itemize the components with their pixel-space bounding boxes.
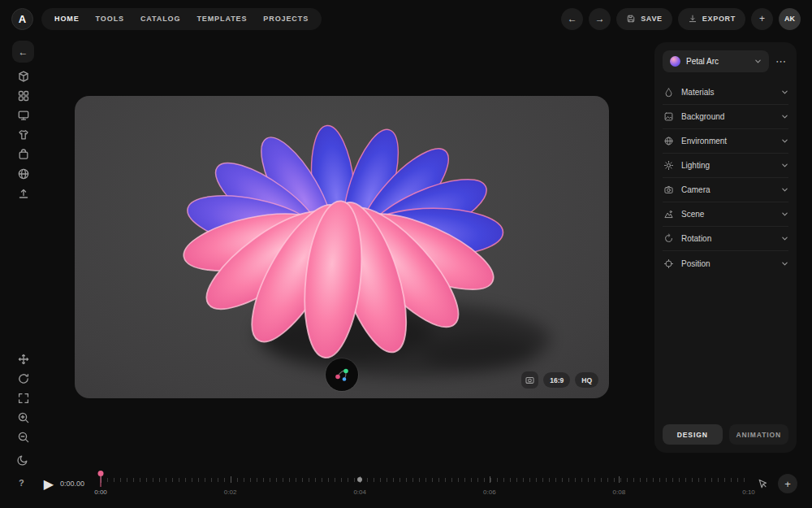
refresh-icon[interactable] xyxy=(17,372,30,385)
nav-item-tools[interactable]: TOOLS xyxy=(96,15,124,23)
object-selector-dropdown[interactable]: Petal Arc xyxy=(663,50,769,72)
tab-design[interactable]: DESIGN xyxy=(663,424,723,445)
tick-label: 0:02 xyxy=(224,488,237,496)
shirt-icon[interactable] xyxy=(17,128,30,141)
node-graph-badge[interactable] xyxy=(326,358,358,391)
nav-item-projects[interactable]: PROJECTS xyxy=(263,15,309,23)
back-button[interactable]: ← xyxy=(12,41,34,63)
arrow-left-icon: ← xyxy=(568,13,577,24)
section-rotation[interactable]: Rotation xyxy=(663,227,788,251)
canvas-controls: 16:9 HQ xyxy=(521,371,598,389)
section-label: Background xyxy=(681,112,781,121)
section-label: Lighting xyxy=(681,161,781,170)
chevron-down-icon xyxy=(781,89,788,96)
chevron-down-icon xyxy=(781,211,788,218)
tick-label: 0:06 xyxy=(483,488,496,496)
download-icon xyxy=(688,14,698,24)
nav-item-templates[interactable]: TEMPLATES xyxy=(197,15,247,23)
export-label: EXPORT xyxy=(702,15,736,23)
playhead-line xyxy=(100,476,102,487)
globe-icon[interactable] xyxy=(17,167,30,180)
monitor-icon[interactable] xyxy=(17,109,30,122)
section-label: Camera xyxy=(681,185,781,194)
box-icon[interactable] xyxy=(17,70,30,83)
section-environment[interactable]: Environment xyxy=(663,129,788,154)
upload-icon[interactable] xyxy=(17,187,30,200)
section-label: Position xyxy=(681,259,781,268)
globe-icon xyxy=(663,136,675,146)
major-ticks xyxy=(101,476,749,483)
section-label: Scene xyxy=(681,210,781,219)
section-scene[interactable]: Scene xyxy=(663,202,788,227)
camera-icon xyxy=(663,185,675,195)
panel-tabs: DESIGN ANIMATION xyxy=(663,424,788,445)
shapes-grid-icon[interactable] xyxy=(17,89,30,102)
left-toolbar: ← ? xyxy=(12,41,34,508)
petal-arc-3d-model xyxy=(75,96,609,398)
main-nav: HOME TOOLS CATALOG TEMPLATES PROJECTS xyxy=(41,8,322,30)
chevron-down-icon xyxy=(781,260,788,267)
crosshair-icon xyxy=(663,258,675,269)
quality-badge[interactable]: HQ xyxy=(575,372,598,388)
section-list: Materials Background Environment Lightin… xyxy=(663,80,788,276)
new-project-button[interactable]: + xyxy=(751,8,773,30)
play-button[interactable]: ▶ xyxy=(41,476,57,492)
object-thumbnail-icon xyxy=(670,56,680,67)
arrow-right-icon: → xyxy=(595,13,605,24)
sun-icon xyxy=(663,160,675,171)
node-graph-icon xyxy=(331,364,352,385)
tick-label: 0:08 xyxy=(613,488,626,496)
chevron-down-icon xyxy=(754,58,762,65)
section-lighting[interactable]: Lighting xyxy=(663,154,788,178)
zoom-in-icon[interactable] xyxy=(17,411,30,424)
current-time: 0:00.00 xyxy=(60,480,93,488)
move-icon[interactable] xyxy=(17,353,30,366)
redo-button[interactable]: → xyxy=(589,8,611,30)
fullscreen-icon[interactable] xyxy=(17,392,30,405)
top-bar: A HOME TOOLS CATALOG TEMPLATES PROJECTS … xyxy=(0,0,812,37)
tick-label: 0:00 xyxy=(94,488,107,496)
chevron-down-icon xyxy=(781,162,788,169)
logo-mark-icon: A xyxy=(19,13,26,25)
nav-item-catalog[interactable]: CATALOG xyxy=(140,15,180,23)
section-materials[interactable]: Materials xyxy=(663,80,788,105)
plus-icon: + xyxy=(759,13,765,24)
section-position[interactable]: Position xyxy=(663,251,788,276)
playhead-dot xyxy=(98,471,104,476)
properties-panel: Petal Arc ⋯ Materials Background Environ… xyxy=(654,42,797,453)
section-label: Materials xyxy=(681,88,781,97)
app-logo[interactable]: A xyxy=(11,8,33,30)
section-label: Environment xyxy=(681,137,781,145)
add-keyframe-button[interactable]: + xyxy=(778,474,797,493)
camera-icon xyxy=(525,375,535,385)
help-button[interactable]: ? xyxy=(19,478,24,488)
avatar[interactable]: AK xyxy=(779,8,801,30)
export-button[interactable]: EXPORT xyxy=(678,8,745,30)
chevron-down-icon xyxy=(781,137,788,145)
viewport-canvas[interactable]: 16:9 HQ xyxy=(75,96,609,398)
cursor-icon xyxy=(757,478,769,490)
keyframe-marker[interactable] xyxy=(357,477,362,482)
dark-mode-moon-icon[interactable] xyxy=(16,454,29,467)
snapshot-camera-button[interactable] xyxy=(521,371,538,389)
plus-icon: + xyxy=(784,478,791,490)
selected-object-name: Petal Arc xyxy=(686,57,749,66)
bag-icon[interactable] xyxy=(17,148,30,161)
more-options-button[interactable]: ⋯ xyxy=(774,55,788,67)
playhead[interactable] xyxy=(98,471,104,487)
section-background[interactable]: Background xyxy=(663,105,788,129)
view-tools-group xyxy=(12,353,34,444)
save-icon xyxy=(626,14,636,24)
timeline-bar: ▶ 0:00.00 0:00 0:02 0:04 0:06 0:08 0:10 … xyxy=(41,467,797,500)
pointer-tool-button[interactable] xyxy=(757,478,771,490)
save-button[interactable]: SAVE xyxy=(616,8,672,30)
save-label: SAVE xyxy=(641,15,663,23)
zoom-out-icon[interactable] xyxy=(17,431,30,444)
section-camera[interactable]: Camera xyxy=(663,178,788,202)
tab-animation[interactable]: ANIMATION xyxy=(729,424,789,445)
aspect-ratio-badge[interactable]: 16:9 xyxy=(543,372,570,388)
topbar-actions: ← → SAVE EXPORT + AK xyxy=(561,8,801,30)
undo-button[interactable]: ← xyxy=(561,8,583,30)
timeline-ruler[interactable]: 0:00 0:02 0:04 0:06 0:08 0:10 xyxy=(101,467,749,500)
nav-item-home[interactable]: HOME xyxy=(54,15,80,23)
